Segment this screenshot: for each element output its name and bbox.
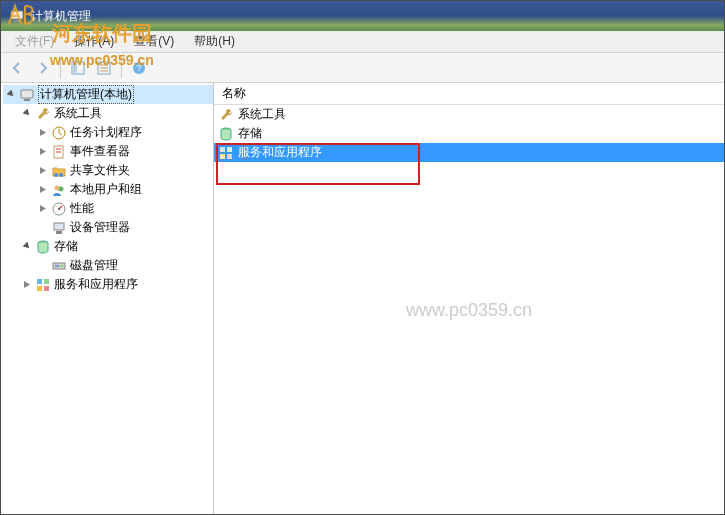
tree-task-scheduler[interactable]: 任务计划程序: [35, 123, 213, 142]
svg-point-21: [59, 186, 64, 191]
tree-system-tools-label: 系统工具: [54, 105, 102, 122]
list-header[interactable]: 名称: [214, 83, 724, 105]
svg-point-18: [54, 173, 58, 177]
tree-local-users[interactable]: 本地用户和组: [35, 180, 213, 199]
list-item-system-tools[interactable]: 系统工具: [214, 105, 724, 124]
expander-icon[interactable]: [21, 107, 34, 120]
svg-text:?: ?: [136, 63, 141, 73]
menu-file[interactable]: 文件(F): [7, 31, 62, 52]
tree-system-tools[interactable]: 系统工具: [19, 104, 213, 123]
storage-icon: [35, 239, 51, 255]
list-item-services-apps[interactable]: 服务和应用程序: [214, 143, 724, 162]
svg-rect-24: [54, 223, 64, 230]
svg-rect-32: [37, 286, 42, 291]
svg-rect-36: [227, 147, 232, 152]
menu-action[interactable]: 操作(A): [66, 31, 122, 52]
app-icon: [9, 8, 25, 24]
tree-shared-folders[interactable]: 共享文件夹: [35, 161, 213, 180]
list-body[interactable]: 系统工具 存储 服务和应用程序 www.pc0359.cn: [214, 105, 724, 514]
svg-rect-29: [60, 265, 63, 267]
toolbar-separator: [60, 58, 61, 78]
expander-icon[interactable]: [37, 202, 50, 215]
toolbar: ?: [1, 53, 724, 83]
title-bar: 计算机管理: [1, 1, 724, 31]
tree-shared-folders-label: 共享文件夹: [70, 162, 130, 179]
expander-icon[interactable]: [5, 88, 18, 101]
svg-rect-1: [14, 20, 20, 22]
computer-icon: [19, 87, 35, 103]
tree-services-apps[interactable]: 服务和应用程序: [19, 275, 213, 294]
tree-storage[interactable]: 存储: [19, 237, 213, 256]
shared-folder-icon: [51, 163, 67, 179]
svg-rect-37: [220, 154, 225, 159]
window: 河东软件园 www.pc0359.cn 计算机管理 文件(F) 操作(A) 查看…: [0, 0, 725, 515]
tree-performance-label: 性能: [70, 200, 94, 217]
list-item-storage[interactable]: 存储: [214, 124, 724, 143]
body: 计算机管理(本地): [1, 83, 724, 514]
svg-rect-30: [37, 279, 42, 284]
help-button[interactable]: ?: [127, 56, 151, 80]
center-watermark: www.pc0359.cn: [406, 299, 532, 320]
tree-device-manager-label: 设备管理器: [70, 219, 130, 236]
expander-icon[interactable]: [21, 240, 34, 253]
svg-rect-0: [11, 11, 23, 19]
svg-rect-35: [220, 147, 225, 152]
list-panel: 名称 系统工具 存储: [214, 83, 724, 514]
list-item-label: 服务和应用程序: [238, 144, 322, 161]
services-icon: [35, 277, 51, 293]
users-icon: [51, 182, 67, 198]
expander-icon[interactable]: [37, 126, 50, 139]
services-icon: [218, 145, 234, 161]
menu-bar: 文件(F) 操作(A) 查看(V) 帮助(H): [1, 31, 724, 53]
svg-rect-33: [44, 286, 49, 291]
event-viewer-icon: [51, 144, 67, 160]
performance-icon: [51, 201, 67, 217]
tree-services-apps-label: 服务和应用程序: [54, 276, 138, 293]
storage-icon: [218, 126, 234, 142]
svg-rect-38: [227, 154, 232, 159]
tree-storage-label: 存储: [54, 238, 78, 255]
properties-button[interactable]: [92, 56, 116, 80]
expander-icon[interactable]: [37, 164, 50, 177]
device-manager-icon: [51, 220, 67, 236]
svg-rect-13: [24, 99, 30, 101]
list-item-label: 系统工具: [238, 106, 286, 123]
svg-rect-31: [44, 279, 49, 284]
toolbar-separator: [121, 58, 122, 78]
svg-rect-12: [21, 90, 33, 98]
svg-rect-28: [55, 265, 59, 267]
expander-icon[interactable]: [37, 145, 50, 158]
nav-tree: 计算机管理(本地): [1, 85, 213, 294]
tree-task-scheduler-label: 任务计划程序: [70, 124, 142, 141]
svg-point-19: [59, 173, 63, 177]
tree-performance[interactable]: 性能: [35, 199, 213, 218]
list-item-label: 存储: [238, 125, 262, 142]
back-button[interactable]: [5, 56, 29, 80]
svg-point-23: [58, 208, 60, 210]
tree-panel[interactable]: 计算机管理(本地): [1, 83, 214, 514]
tree-root[interactable]: 计算机管理(本地): [3, 85, 213, 104]
tree-root-label: 计算机管理(本地): [38, 85, 134, 104]
tree-disk-management[interactable]: 磁盘管理: [35, 256, 213, 275]
expander-icon[interactable]: [21, 278, 34, 291]
list-header-name[interactable]: 名称: [222, 85, 716, 102]
menu-view[interactable]: 查看(V): [126, 31, 182, 52]
expander-icon[interactable]: [37, 183, 50, 196]
wrench-icon: [35, 106, 51, 122]
disk-icon: [51, 258, 67, 274]
tree-device-manager[interactable]: 设备管理器: [35, 218, 213, 237]
tree-disk-management-label: 磁盘管理: [70, 257, 118, 274]
wrench-icon: [218, 107, 234, 123]
forward-button[interactable]: [31, 56, 55, 80]
menu-help[interactable]: 帮助(H): [186, 31, 243, 52]
tree-local-users-label: 本地用户和组: [70, 181, 142, 198]
clock-icon: [51, 125, 67, 141]
tree-event-viewer[interactable]: 事件查看器: [35, 142, 213, 161]
show-hide-tree-button[interactable]: [66, 56, 90, 80]
window-title: 计算机管理: [31, 8, 91, 25]
svg-rect-25: [56, 231, 62, 234]
tree-event-viewer-label: 事件查看器: [70, 143, 130, 160]
